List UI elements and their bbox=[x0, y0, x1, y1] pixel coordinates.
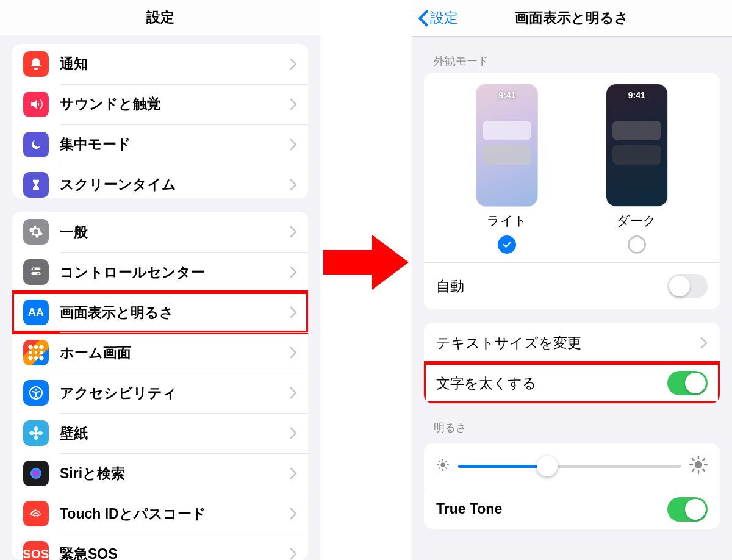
row-label: アクセシビリティ bbox=[60, 384, 290, 403]
row-display-brightness[interactable]: AA 画面表示と明るさ bbox=[12, 292, 308, 332]
row-auto-appearance[interactable]: 自動 bbox=[424, 262, 720, 309]
preview-time: 9:41 bbox=[476, 90, 537, 100]
auto-toggle[interactable] bbox=[667, 274, 708, 298]
appearance-light[interactable]: 9:41 ライト bbox=[476, 84, 537, 254]
row-screentime[interactable]: スクリーンタイム bbox=[12, 165, 308, 199]
row-bold-text[interactable]: 文字を太くする bbox=[424, 363, 720, 403]
chevron-right-icon bbox=[290, 266, 297, 278]
svg-point-12 bbox=[440, 462, 445, 467]
row-wallpaper[interactable]: 壁紙 bbox=[12, 413, 308, 453]
row-notifications[interactable]: 通知 bbox=[12, 44, 308, 84]
chevron-right-icon bbox=[290, 306, 297, 318]
chevron-right-icon bbox=[290, 138, 297, 151]
row-label: 壁紙 bbox=[60, 424, 290, 443]
svg-line-26 bbox=[692, 459, 694, 461]
page-title: 設定 bbox=[146, 8, 174, 27]
bell-icon bbox=[23, 51, 49, 77]
svg-point-1 bbox=[33, 268, 35, 270]
row-focus[interactable]: 集中モード bbox=[12, 124, 308, 165]
svg-point-21 bbox=[695, 461, 703, 469]
svg-point-7 bbox=[34, 426, 38, 431]
moon-icon bbox=[23, 132, 49, 157]
row-label: テキストサイズを変更 bbox=[436, 334, 700, 353]
speaker-icon bbox=[23, 92, 49, 117]
svg-line-18 bbox=[446, 468, 447, 468]
accessibility-icon bbox=[23, 380, 49, 406]
row-touchid[interactable]: Touch IDとパスコード bbox=[12, 494, 308, 534]
light-preview: 9:41 bbox=[476, 84, 537, 206]
brightness-slider[interactable] bbox=[458, 465, 681, 468]
sun-min-icon bbox=[436, 458, 450, 474]
truetone-toggle[interactable] bbox=[667, 497, 708, 522]
app-grid-icon bbox=[23, 340, 49, 365]
row-label: サウンドと触覚 bbox=[60, 95, 290, 113]
back-label: 設定 bbox=[430, 9, 458, 27]
row-sos[interactable]: SOS 緊急SOS bbox=[12, 534, 308, 560]
row-truetone[interactable]: True Tone bbox=[424, 489, 720, 529]
row-label: ホーム画面 bbox=[60, 343, 290, 362]
row-label: 画面表示と明るさ bbox=[60, 303, 290, 322]
flower-icon bbox=[23, 420, 49, 446]
gear-icon bbox=[23, 219, 49, 245]
navbar: 設定 画面表示と明るさ bbox=[412, 0, 732, 37]
brightness-group: True Tone bbox=[424, 443, 720, 529]
chevron-right-icon bbox=[290, 387, 297, 399]
row-text-size[interactable]: テキストサイズを変更 bbox=[424, 323, 720, 363]
settings-root-screen: 設定 通知 サウンドと触覚 集中モード bbox=[0, 0, 320, 560]
row-label: 緊急SOS bbox=[60, 545, 290, 560]
svg-point-11 bbox=[30, 468, 41, 479]
svg-point-6 bbox=[34, 431, 38, 435]
row-label: 文字を太くする bbox=[436, 374, 667, 393]
row-controlcenter[interactable]: コントロールセンター bbox=[12, 252, 308, 292]
row-sounds[interactable]: サウンドと触覚 bbox=[12, 84, 308, 124]
svg-point-8 bbox=[34, 435, 38, 440]
sos-icon: SOS bbox=[23, 541, 49, 560]
bold-text-toggle[interactable] bbox=[667, 371, 708, 395]
svg-line-19 bbox=[439, 468, 440, 468]
svg-line-27 bbox=[703, 470, 705, 472]
page-title: 画面表示と明るさ bbox=[515, 9, 629, 27]
row-accessibility[interactable]: アクセシビリティ bbox=[12, 373, 308, 413]
chevron-right-icon bbox=[290, 179, 297, 191]
sun-max-icon bbox=[689, 456, 708, 476]
row-label: 一般 bbox=[60, 223, 290, 242]
appearance-card: 9:41 ライト 9:41 ダーク bbox=[424, 73, 720, 309]
row-label: Siriと検索 bbox=[60, 464, 290, 483]
settings-group-2: 一般 コントロールセンター AA 画面表示と明るさ ホーム画面 bbox=[12, 212, 308, 560]
preview-time: 9:41 bbox=[606, 90, 667, 100]
appearance-dark[interactable]: 9:41 ダーク bbox=[606, 84, 667, 254]
chevron-right-icon bbox=[290, 346, 297, 359]
svg-point-3 bbox=[37, 273, 39, 275]
chevron-right-icon bbox=[290, 427, 297, 439]
light-label: ライト bbox=[487, 212, 527, 229]
chevron-right-icon bbox=[290, 467, 297, 479]
settings-group-1: 通知 サウンドと触覚 集中モード スクリ bbox=[12, 44, 308, 199]
navbar: 設定 bbox=[0, 0, 320, 35]
row-label: スクリーンタイム bbox=[60, 175, 290, 194]
siri-icon bbox=[23, 461, 49, 486]
appearance-header: 外観モード bbox=[434, 54, 710, 68]
row-siri[interactable]: Siriと検索 bbox=[12, 453, 308, 494]
svg-line-29 bbox=[703, 459, 705, 461]
dark-label: ダーク bbox=[617, 212, 656, 229]
text-size-icon: AA bbox=[23, 300, 49, 325]
chevron-right-icon bbox=[290, 98, 297, 110]
svg-point-9 bbox=[29, 431, 34, 435]
chevron-right-icon bbox=[700, 337, 708, 349]
back-button[interactable]: 設定 bbox=[418, 0, 458, 36]
svg-line-20 bbox=[446, 461, 447, 462]
chevron-right-icon bbox=[290, 58, 297, 70]
row-label: 集中モード bbox=[60, 135, 290, 154]
row-label: コントロールセンター bbox=[60, 263, 290, 282]
row-label: 通知 bbox=[60, 54, 290, 73]
svg-point-5 bbox=[35, 389, 37, 391]
radio-checked-icon bbox=[498, 235, 516, 254]
svg-line-28 bbox=[692, 470, 694, 472]
svg-line-17 bbox=[439, 461, 440, 462]
row-general[interactable]: 一般 bbox=[12, 212, 308, 252]
text-group: テキストサイズを変更 文字を太くする bbox=[424, 323, 720, 403]
radio-unchecked-icon bbox=[628, 235, 646, 254]
chevron-right-icon bbox=[290, 548, 297, 560]
row-homescreen[interactable]: ホーム画面 bbox=[12, 332, 308, 373]
slider-thumb[interactable] bbox=[537, 456, 558, 476]
